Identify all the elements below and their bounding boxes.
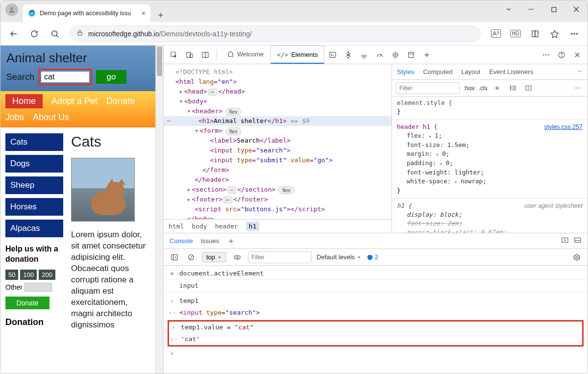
- main-heading: Cats: [71, 133, 150, 150]
- sources-icon[interactable]: [341, 48, 356, 62]
- performance-icon[interactable]: [372, 48, 387, 62]
- more-tabs-icon[interactable]: [419, 48, 434, 62]
- donation-other-input[interactable]: [24, 283, 52, 292]
- rendered-page: Animal shelter Search go Home Adopt a Pe…: [0, 46, 163, 374]
- drawer-add-tab-icon[interactable]: ＋: [227, 235, 235, 247]
- inspect-icon[interactable]: [167, 48, 181, 62]
- window-maximize-button[interactable]: [542, 0, 565, 18]
- styles-rules[interactable]: element.style { } styles.css:257header h…: [392, 97, 588, 233]
- styles-filter-input[interactable]: [396, 82, 460, 94]
- console-sidebar-icon[interactable]: [169, 251, 180, 263]
- tab-close-icon[interactable]: ×: [142, 9, 146, 17]
- svg-line-58: [190, 255, 193, 259]
- crumb-h1[interactable]: h1: [246, 222, 260, 231]
- profile-avatar[interactable]: [5, 3, 18, 16]
- console-shortcut-icon[interactable]: [325, 48, 340, 62]
- page-scrollbar[interactable]: [155, 46, 163, 374]
- sidebar-item-dogs[interactable]: Dogs: [5, 155, 63, 173]
- reader-icon[interactable]: [526, 25, 544, 43]
- drawer-expand-icon[interactable]: [574, 236, 582, 246]
- application-icon[interactable]: [404, 48, 418, 62]
- sidebar-item-cats[interactable]: Cats: [5, 133, 63, 151]
- hd-icon[interactable]: HD: [506, 25, 525, 43]
- styles-tab-styles[interactable]: Styles: [397, 68, 414, 75]
- log-levels-selector[interactable]: Default levels: [317, 253, 362, 261]
- devtools-more-icon[interactable]: [539, 48, 553, 62]
- memory-icon[interactable]: [388, 48, 403, 62]
- styles-toolbar: :hov .cls: [392, 80, 588, 97]
- network-icon[interactable]: [357, 48, 371, 62]
- donation-chip-50[interactable]: 50: [5, 270, 18, 280]
- nav-home[interactable]: Home: [5, 94, 43, 108]
- search-input[interactable]: [41, 71, 90, 83]
- styles-tabs: Styles Computed Layout Event Listeners: [392, 64, 588, 80]
- styles-tab-layout[interactable]: Layout: [461, 68, 480, 75]
- computed-toggle-icon[interactable]: [523, 82, 535, 94]
- context-selector[interactable]: top: [202, 252, 226, 262]
- svg-rect-48: [526, 86, 531, 90]
- donation-chip-200[interactable]: 200: [39, 270, 55, 280]
- dock-side-icon[interactable]: [198, 48, 213, 62]
- more-icon[interactable]: [565, 25, 584, 43]
- tabs-chevron-icon[interactable]: [497, 0, 520, 18]
- crumb-body[interactable]: body: [192, 223, 207, 230]
- devtools-panel: Welcome </> Elements <!DOCTYPE html> <ht…: [163, 46, 588, 374]
- console-output[interactable]: ✕document.activeElement input ›temp1 ‹· …: [164, 266, 588, 374]
- page-title: Animal shelter: [6, 50, 149, 66]
- search-go-button[interactable]: go: [96, 70, 126, 84]
- address-bar[interactable]: microsoftedge.github.io/Demos/devtools-a…: [70, 25, 481, 42]
- browser-tab-active[interactable]: Demo page with accessibility issu ×: [23, 4, 150, 22]
- favorite-icon[interactable]: [545, 25, 564, 43]
- source-link[interactable]: styles.css:257: [544, 123, 583, 131]
- console-filter-input[interactable]: [248, 251, 312, 263]
- search-button[interactable]: [46, 25, 64, 43]
- sidebar-item-sheep[interactable]: Sheep: [5, 176, 63, 194]
- crumb-html[interactable]: html: [169, 223, 184, 230]
- cls-toggle[interactable]: .cls: [479, 85, 488, 92]
- live-expression-icon[interactable]: [231, 251, 243, 263]
- donate-button[interactable]: Donate: [5, 297, 49, 309]
- styles-tabs-chevron-icon[interactable]: [577, 68, 583, 75]
- svg-point-49: [575, 88, 576, 89]
- new-tab-button[interactable]: ＋: [153, 7, 168, 22]
- sidebar-item-alpacas[interactable]: Alpacas: [5, 220, 63, 237]
- nav-donate[interactable]: Donate: [106, 96, 135, 106]
- flexbox-editor-icon[interactable]: [507, 82, 519, 94]
- window-close-button[interactable]: [565, 0, 588, 18]
- styles-more-icon[interactable]: [572, 82, 584, 94]
- styles-tab-listeners[interactable]: Event Listeners: [489, 68, 533, 75]
- nav-jobs[interactable]: Jobs: [5, 112, 24, 123]
- device-toggle-icon[interactable]: [182, 48, 197, 62]
- console-drawer: Console Issues ＋ top Default levels 2: [164, 233, 588, 374]
- devtools-tabbar: Welcome </> Elements: [164, 46, 588, 64]
- svg-point-50: [577, 88, 578, 89]
- dom-tree[interactable]: <!DOCTYPE html> <html lang="en"> ▸<head>…: [164, 64, 392, 219]
- selected-dom-node[interactable]: <h1>Animal shelter</h1> == $0: [164, 116, 392, 126]
- new-rule-icon[interactable]: [491, 82, 503, 94]
- breadcrumb-bar: html body header h1: [164, 219, 392, 233]
- sidebar-item-horses[interactable]: Horses: [5, 198, 63, 216]
- clear-console-icon[interactable]: [185, 251, 197, 263]
- styles-tab-computed[interactable]: Computed: [423, 68, 452, 75]
- refresh-button[interactable]: [25, 25, 44, 43]
- svg-point-39: [547, 54, 548, 55]
- tab-elements[interactable]: </> Elements: [270, 46, 324, 64]
- hov-toggle[interactable]: :hov: [464, 85, 475, 92]
- drawer-tab-issues[interactable]: Issues: [201, 237, 220, 245]
- issues-badge[interactable]: 2: [367, 253, 378, 261]
- body-text: Lorem ipsum dolor, sit amet consectetur …: [71, 229, 150, 330]
- back-button[interactable]: [4, 25, 23, 43]
- drawer-dock-icon[interactable]: [561, 236, 569, 246]
- read-aloud-icon[interactable]: A)): [487, 25, 505, 43]
- devtools-close-icon[interactable]: [570, 48, 585, 62]
- nav-adopt[interactable]: Adopt a Pet: [51, 96, 98, 106]
- console-settings-icon[interactable]: [571, 251, 583, 263]
- crumb-header[interactable]: header: [215, 223, 238, 230]
- donation-chip-100[interactable]: 100: [20, 270, 37, 280]
- drawer-tab-console[interactable]: Console: [170, 237, 193, 245]
- tab-welcome[interactable]: Welcome: [221, 46, 270, 64]
- window-minimize-button[interactable]: [520, 0, 542, 18]
- side-nav: Cats Dogs Sheep Horses Alpacas Help us w…: [5, 133, 63, 330]
- nav-about[interactable]: About Us: [33, 112, 69, 123]
- help-icon[interactable]: [554, 48, 569, 62]
